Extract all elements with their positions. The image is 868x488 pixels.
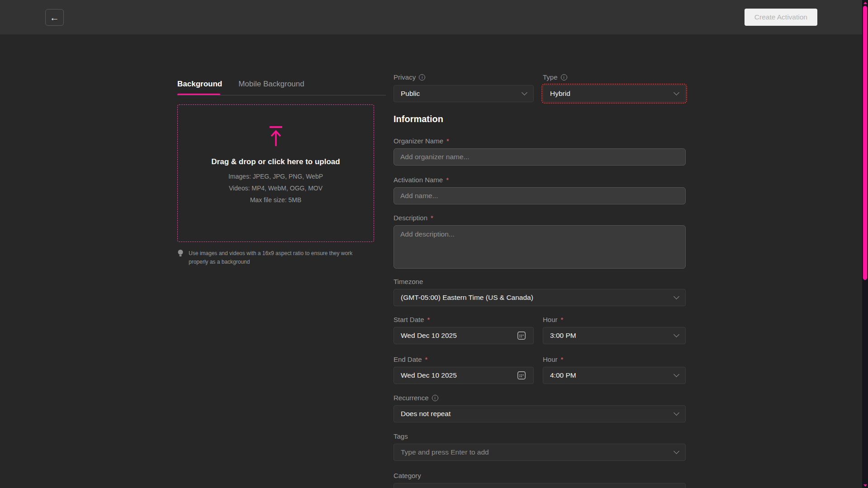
chevron-down-icon bbox=[674, 294, 679, 299]
category-select[interactable] bbox=[394, 483, 686, 488]
category-label: Category bbox=[394, 472, 421, 479]
create-activation-button[interactable]: Create Activation bbox=[745, 9, 817, 26]
background-upload-panel: Background Mobile Background Drag & drop… bbox=[177, 0, 375, 488]
aspect-ratio-tip-text: Use images and videos with a 16x9 aspect… bbox=[189, 249, 361, 266]
start-hour-select[interactable]: 3:00 PM bbox=[543, 327, 686, 344]
required-asterisk: * bbox=[446, 137, 449, 145]
organizer-name-input[interactable] bbox=[394, 148, 686, 166]
type-value: Hybrid bbox=[550, 90, 570, 98]
privacy-label: Privacy i bbox=[394, 73, 425, 81]
tab-divider bbox=[177, 95, 386, 95]
tab-mobile-background[interactable]: Mobile Background bbox=[238, 80, 304, 89]
back-button[interactable]: ← bbox=[45, 9, 64, 26]
description-textarea[interactable] bbox=[394, 225, 686, 269]
info-icon: i bbox=[561, 74, 567, 81]
chevron-down-icon bbox=[674, 410, 679, 416]
privacy-select[interactable]: Public bbox=[394, 85, 534, 102]
description-label: Description * bbox=[394, 214, 433, 222]
chevron-down-icon bbox=[674, 448, 679, 454]
info-icon: i bbox=[419, 74, 425, 81]
type-select[interactable]: Hybrid bbox=[543, 85, 686, 102]
start-hour-label: Hour * bbox=[543, 316, 563, 323]
create-activation-page: ← Create Activation Background Mobile Ba… bbox=[0, 0, 868, 488]
upload-images-formats: Images: JPEG, JPG, PNG, WebP bbox=[228, 173, 323, 180]
type-label: Type i bbox=[543, 73, 567, 81]
end-date-value: Wed Dec 10 2025 bbox=[401, 371, 457, 379]
background-tabs: Background Mobile Background bbox=[177, 80, 304, 89]
lightbulb-icon bbox=[177, 249, 184, 258]
end-hour-label: Hour * bbox=[543, 355, 563, 363]
scroll-down-arrow-icon[interactable] bbox=[863, 484, 867, 487]
start-hour-value: 3:00 PM bbox=[550, 332, 576, 340]
information-section-title: Information bbox=[394, 114, 443, 124]
timezone-select[interactable]: (GMT-05:00) Eastern Time (US & Canada) bbox=[394, 289, 686, 306]
timezone-value: (GMT-05:00) Eastern Time (US & Canada) bbox=[401, 294, 533, 302]
scrollbar-thumb[interactable] bbox=[863, 6, 867, 280]
start-date-label: Start Date * bbox=[394, 316, 430, 323]
upload-arrow-icon bbox=[268, 126, 284, 147]
chevron-down-icon bbox=[674, 90, 679, 95]
chevron-down-icon bbox=[522, 90, 527, 95]
end-hour-select[interactable]: 4:00 PM bbox=[543, 367, 686, 384]
end-hour-value: 4:00 PM bbox=[550, 371, 576, 379]
timezone-label: Timezone bbox=[394, 278, 423, 285]
recurrence-label: Recurrence i bbox=[394, 394, 438, 402]
info-icon: i bbox=[432, 395, 438, 401]
chevron-down-icon bbox=[674, 332, 679, 337]
upload-max-size: Max file size: 5MB bbox=[250, 196, 302, 204]
tab-background[interactable]: Background bbox=[177, 80, 222, 89]
end-date-label: End Date * bbox=[394, 355, 427, 363]
start-date-value: Wed Dec 10 2025 bbox=[401, 332, 457, 340]
back-arrow-icon: ← bbox=[50, 12, 59, 23]
privacy-value: Public bbox=[401, 90, 420, 98]
required-asterisk: * bbox=[427, 316, 430, 323]
chevron-down-icon bbox=[674, 371, 679, 377]
calendar-icon[interactable] bbox=[517, 370, 526, 380]
required-asterisk: * bbox=[431, 214, 433, 222]
scroll-up-arrow-icon[interactable] bbox=[863, 2, 867, 4]
upload-title: Drag & drop or click here to upload bbox=[211, 157, 340, 166]
activation-name-input[interactable] bbox=[394, 187, 686, 204]
upload-videos-formats: Videos: MP4, WebM, OGG, MOV bbox=[229, 185, 323, 192]
tags-input[interactable]: Type and press Enter to add bbox=[394, 444, 686, 461]
recurrence-select[interactable]: Does not repeat bbox=[394, 405, 686, 422]
end-date-picker[interactable]: Wed Dec 10 2025 bbox=[394, 367, 534, 384]
calendar-icon[interactable] bbox=[517, 331, 526, 341]
required-asterisk: * bbox=[561, 316, 564, 323]
tags-label: Tags bbox=[394, 432, 408, 440]
aspect-ratio-tip: Use images and videos with a 16x9 aspect… bbox=[177, 249, 361, 266]
recurrence-value: Does not repeat bbox=[401, 410, 451, 418]
required-asterisk: * bbox=[561, 355, 564, 363]
upload-dropzone[interactable]: Drag & drop or click here to upload Imag… bbox=[177, 104, 374, 242]
activation-form: Privacy i Public Type i Hybrid Informati… bbox=[394, 0, 686, 488]
start-date-picker[interactable]: Wed Dec 10 2025 bbox=[394, 327, 534, 344]
required-asterisk: * bbox=[425, 355, 428, 363]
activation-name-label: Activation Name * bbox=[394, 176, 449, 184]
required-asterisk: * bbox=[446, 176, 449, 184]
organizer-name-label: Organizer Name * bbox=[394, 137, 449, 145]
scrollbar[interactable] bbox=[862, 0, 868, 488]
tags-placeholder: Type and press Enter to add bbox=[401, 448, 489, 456]
